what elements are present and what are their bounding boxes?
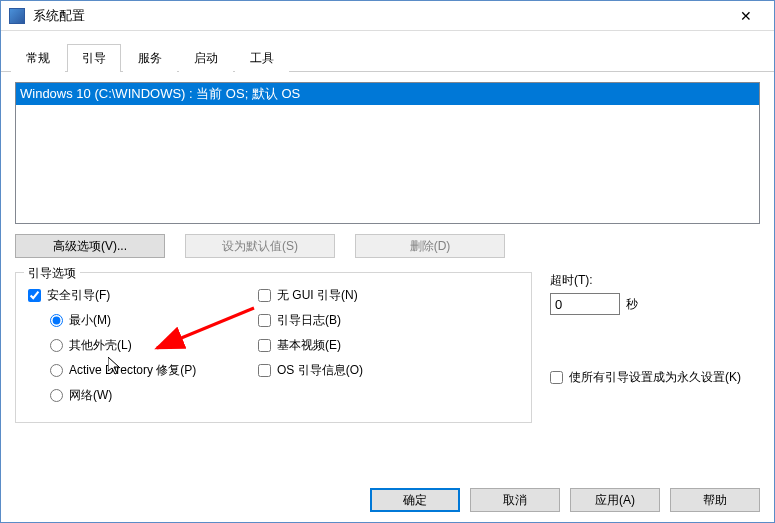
os-listbox[interactable]: Windows 10 (C:\WINDOWS) : 当前 OS; 默认 OS [15, 82, 760, 224]
safe-boot-checkbox[interactable]: 安全引导(F) [28, 287, 228, 304]
safe-boot-input[interactable] [28, 289, 41, 302]
radio-minimal[interactable]: 最小(M) [50, 312, 228, 329]
dialog-footer: 确定 取消 应用(A) 帮助 [370, 488, 760, 512]
set-default-button: 设为默认值(S) [185, 234, 335, 258]
delete-button: 删除(D) [355, 234, 505, 258]
bootlog-label: 引导日志(B) [277, 312, 341, 329]
lower-panel: 引导选项 安全引导(F) 最小(M) 其他外壳(L) [15, 272, 760, 423]
tab-general[interactable]: 常规 [11, 44, 65, 72]
radio-network-input[interactable] [50, 389, 63, 402]
radio-network-label: 网络(W) [69, 387, 112, 404]
tab-tools[interactable]: 工具 [235, 44, 289, 72]
timeout-label: 超时(T): [550, 272, 760, 289]
app-icon [9, 8, 25, 24]
timeout-unit: 秒 [626, 296, 638, 313]
ok-button[interactable]: 确定 [370, 488, 460, 512]
radio-shell[interactable]: 其他外壳(L) [50, 337, 228, 354]
apply-button[interactable]: 应用(A) [570, 488, 660, 512]
nogui-label: 无 GUI 引导(N) [277, 287, 358, 304]
radio-ad-label: Active Directory 修复(P) [69, 362, 196, 379]
tab-boot[interactable]: 引导 [67, 44, 121, 72]
titlebar: 系统配置 ✕ [1, 1, 774, 31]
bootlog-checkbox[interactable]: 引导日志(B) [258, 312, 519, 329]
tab-bar: 常规 引导 服务 启动 工具 [1, 35, 774, 72]
cancel-button[interactable]: 取消 [470, 488, 560, 512]
permanent-input[interactable] [550, 371, 563, 384]
radio-shell-label: 其他外壳(L) [69, 337, 132, 354]
basevideo-checkbox[interactable]: 基本视频(E) [258, 337, 519, 354]
permanent-checkbox[interactable]: 使所有引导设置成为永久设置(K) [550, 369, 760, 386]
osinfo-label: OS 引导信息(O) [277, 362, 363, 379]
boot-options-legend: 引导选项 [24, 265, 80, 282]
radio-ad-input[interactable] [50, 364, 63, 377]
content-area: Windows 10 (C:\WINDOWS) : 当前 OS; 默认 OS 高… [1, 72, 774, 433]
nogui-input[interactable] [258, 289, 271, 302]
close-icon[interactable]: ✕ [726, 2, 766, 30]
nogui-checkbox[interactable]: 无 GUI 引导(N) [258, 287, 519, 304]
window-title: 系统配置 [33, 7, 726, 25]
permanent-label: 使所有引导设置成为永久设置(K) [569, 369, 741, 386]
radio-ad[interactable]: Active Directory 修复(P) [50, 362, 228, 379]
os-list-selected[interactable]: Windows 10 (C:\WINDOWS) : 当前 OS; 默认 OS [16, 83, 759, 105]
radio-minimal-input[interactable] [50, 314, 63, 327]
help-button[interactable]: 帮助 [670, 488, 760, 512]
advanced-options-button[interactable]: 高级选项(V)... [15, 234, 165, 258]
osinfo-input[interactable] [258, 364, 271, 377]
tab-services[interactable]: 服务 [123, 44, 177, 72]
bootlog-input[interactable] [258, 314, 271, 327]
osinfo-checkbox[interactable]: OS 引导信息(O) [258, 362, 519, 379]
boot-options-group: 引导选项 安全引导(F) 最小(M) 其他外壳(L) [15, 272, 532, 423]
right-panel: 超时(T): 秒 使所有引导设置成为永久设置(K) [550, 272, 760, 423]
radio-shell-input[interactable] [50, 339, 63, 352]
basevideo-label: 基本视频(E) [277, 337, 341, 354]
radio-network[interactable]: 网络(W) [50, 387, 228, 404]
safe-boot-label: 安全引导(F) [47, 287, 110, 304]
radio-minimal-label: 最小(M) [69, 312, 111, 329]
timeout-input[interactable] [550, 293, 620, 315]
basevideo-input[interactable] [258, 339, 271, 352]
tab-startup[interactable]: 启动 [179, 44, 233, 72]
button-row: 高级选项(V)... 设为默认值(S) 删除(D) [15, 234, 760, 258]
